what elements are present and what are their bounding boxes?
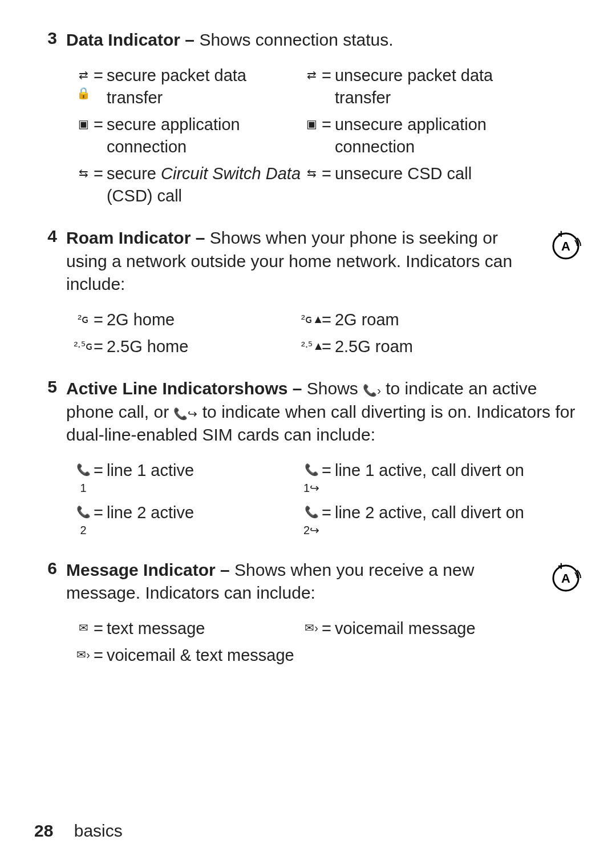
svg-text:+: + xyxy=(558,229,565,240)
item-heading: Roam Indicator – xyxy=(66,228,210,247)
operator-badge-icon: A + xyxy=(550,561,582,593)
cell-text: 2.5G roam xyxy=(335,336,552,358)
list-item-4: 4 A + Roam Indicator – Shows when your p… xyxy=(34,227,582,296)
svg-text:+: + xyxy=(558,561,565,572)
2g-roam-icon: ²ɢ▲ xyxy=(301,309,322,331)
active-call-icon: 📞› xyxy=(363,384,381,397)
cell-text: text message xyxy=(107,617,301,640)
page-number: 28 xyxy=(34,821,53,840)
cell-left: ²ɢ = 2G home xyxy=(73,306,301,333)
item-number: 3 xyxy=(34,29,66,52)
item-description: Shows connection status. xyxy=(199,30,393,49)
line1-active-icon: 📞1 xyxy=(73,459,94,497)
cell-text: line 1 active, call divert on xyxy=(335,459,552,497)
item-number: 5 xyxy=(34,377,66,447)
svg-text:A: A xyxy=(561,239,570,253)
cell-left: 📞1 = line 1 active xyxy=(73,457,301,499)
cell-right: ▣ = unsecure application connection xyxy=(301,111,552,160)
line2-divert-icon: 📞2↪ xyxy=(301,502,322,539)
cell-left: ✉› = voicemail & text message xyxy=(73,642,392,669)
item-heading: Message Indicator – xyxy=(66,560,234,579)
cell-text: line 1 active xyxy=(107,459,301,497)
table-row: ▣ = secure application connection ▣ = un… xyxy=(73,111,582,160)
table-row: ⇄🔒 = secure packet data transfer ⇄ = uns… xyxy=(73,62,582,111)
message-indicator-table: ✉ = text message ✉› = voicemail message … xyxy=(73,615,582,669)
cell-left: ⇆ = secure Circuit Switch Data (CSD) cal… xyxy=(73,160,301,209)
unsecure-csd-icon: ⇆ xyxy=(301,163,322,207)
cell-left: ⇄🔒 = secure packet data transfer xyxy=(73,62,301,111)
item-body: A + Message Indicator – Shows when you r… xyxy=(66,559,582,605)
item-body: Data Indicator – Shows connection status… xyxy=(66,29,582,52)
table-row: ²ɢ = 2G home ²ɢ▲ = 2G roam xyxy=(73,306,582,333)
cell-text: line 2 active xyxy=(107,502,301,539)
cell-text: 2G roam xyxy=(335,309,552,331)
svg-text:A: A xyxy=(561,571,570,586)
data-indicator-table: ⇄🔒 = secure packet data transfer ⇄ = uns… xyxy=(73,62,582,210)
active-line-table: 📞1 = line 1 active 📞1↪ = line 1 active, … xyxy=(73,457,582,542)
unsecure-packet-icon: ⇄ xyxy=(301,64,322,109)
operator-badge-icon: A + xyxy=(550,229,582,261)
cell-left: ✉ = text message xyxy=(73,615,301,642)
cell-left: ▣ = secure application connection xyxy=(73,111,301,160)
cell-left: ²·⁵ɢ = 2.5G home xyxy=(73,333,301,360)
section-name: basics xyxy=(74,821,123,840)
cell-text: secure packet data transfer xyxy=(107,64,301,109)
item-body: A + Roam Indicator – Shows when your pho… xyxy=(66,227,582,296)
cell-text: unsecure packet data transfer xyxy=(335,64,552,109)
cell-left: 📞2 = line 2 active xyxy=(73,499,301,542)
list-item-3: 3 Data Indicator – Shows connection stat… xyxy=(34,29,582,52)
item-number: 6 xyxy=(34,559,66,605)
voicemail-icon: ✉› xyxy=(301,617,322,640)
desc-pre: Shows xyxy=(307,379,363,398)
table-row: ²·⁵ɢ = 2.5G home ²·⁵▲ = 2.5G roam xyxy=(73,333,582,360)
unsecure-app-icon: ▣ xyxy=(301,114,322,158)
cell-text: voicemail & text message xyxy=(107,644,392,667)
cell-right: ✉› = voicemail message xyxy=(301,615,552,642)
secure-app-icon: ▣ xyxy=(73,114,94,158)
list-item-5: 5 Active Line Indicatorshows – Shows 📞› … xyxy=(34,377,582,447)
cell-right: ⇄ = unsecure packet data transfer xyxy=(301,62,552,111)
cell-right: ²ɢ▲ = 2G roam xyxy=(301,306,552,333)
text-message-icon: ✉ xyxy=(73,617,94,640)
cell-text: voicemail message xyxy=(335,617,552,640)
table-row: ✉› = voicemail & text message xyxy=(73,642,582,669)
table-row: 📞2 = line 2 active 📞2↪ = line 2 active, … xyxy=(73,499,582,542)
item-number: 4 xyxy=(34,227,66,296)
cell-right: ⇆ = unsecure CSD call xyxy=(301,160,552,209)
item-body: Active Line Indicatorshows – Shows 📞› to… xyxy=(66,377,582,447)
voicemail-text-icon: ✉› xyxy=(73,644,94,667)
cell-right: ²·⁵▲ = 2.5G roam xyxy=(301,333,552,360)
line2-active-icon: 📞2 xyxy=(73,502,94,539)
roam-indicator-table: ²ɢ = 2G home ²ɢ▲ = 2G roam ²·⁵ɢ = 2.5G h… xyxy=(73,306,582,360)
secure-csd-icon: ⇆ xyxy=(73,163,94,207)
2g-home-icon: ²ɢ xyxy=(73,309,94,331)
call-divert-icon: 📞↪ xyxy=(173,407,197,420)
secure-packet-icon: ⇄🔒 xyxy=(73,64,94,109)
item-heading: Data Indicator – xyxy=(66,30,199,49)
table-row: 📞1 = line 1 active 📞1↪ = line 1 active, … xyxy=(73,457,582,499)
table-row: ⇆ = secure Circuit Switch Data (CSD) cal… xyxy=(73,160,582,209)
table-row: ✉ = text message ✉› = voicemail message xyxy=(73,615,582,642)
item-heading: Active Line Indicatorshows – xyxy=(66,379,307,398)
cell-text: line 2 active, call divert on xyxy=(335,502,552,539)
cell-text: secure Circuit Switch Data (CSD) call xyxy=(107,163,301,207)
line1-divert-icon: 📞1↪ xyxy=(301,459,322,497)
page-footer: 28 basics xyxy=(34,821,123,841)
25g-home-icon: ²·⁵ɢ xyxy=(73,336,94,358)
cell-right: 📞1↪ = line 1 active, call divert on xyxy=(301,457,552,499)
cell-text: 2.5G home xyxy=(107,336,301,358)
cell-text: secure application connection xyxy=(107,114,301,158)
cell-text: unsecure CSD call xyxy=(335,163,552,207)
cell-right: 📞2↪ = line 2 active, call divert on xyxy=(301,499,552,542)
cell-text: 2G home xyxy=(107,309,301,331)
25g-roam-icon: ²·⁵▲ xyxy=(301,336,322,358)
list-item-6: 6 A + Message Indicator – Shows when you… xyxy=(34,559,582,605)
cell-text: unsecure application connection xyxy=(335,114,552,158)
